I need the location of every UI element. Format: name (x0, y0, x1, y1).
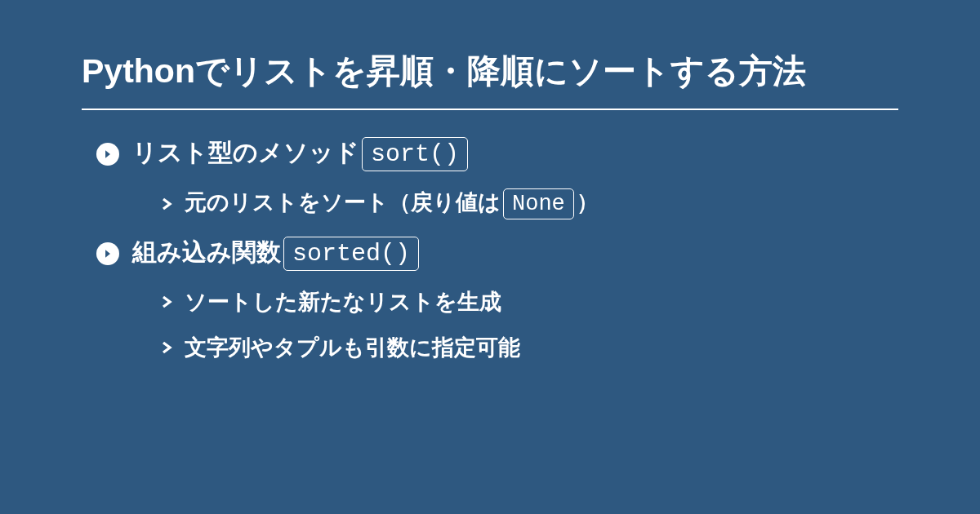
text-segment: 文字列やタプルも引数に指定可能 (185, 335, 520, 360)
text-segment: ） (577, 190, 599, 215)
code-inline: sort() (362, 137, 468, 171)
text-segment: ソートした新たなリストを生成 (185, 290, 501, 314)
text-segment: リスト型のメソッド (132, 139, 359, 166)
text-segment: 組み込み関数 (132, 238, 281, 265)
list-item-content: 組み込み関数sorted() (132, 236, 421, 271)
chevron-right-icon (160, 295, 173, 309)
list-item-content: 元のリストをソート（戻り値はNone） (185, 188, 599, 219)
chevron-right-icon (160, 197, 173, 211)
list-item: 組み込み関数sorted() (96, 236, 898, 271)
chevron-circle-right-icon (96, 242, 119, 265)
list-item-content: ソートした新たなリストを生成 (185, 287, 501, 317)
code-inline: sorted() (283, 237, 419, 271)
list-item: ソートした新たなリストを生成 (160, 287, 898, 317)
chevron-right-icon (160, 340, 173, 355)
list-item-content: リスト型のメソッドsort() (132, 136, 470, 171)
page-title: Pythonでリストを昇順・降順にソートする方法 (82, 49, 898, 110)
list-item: リスト型のメソッドsort() (96, 136, 898, 171)
list-item-content: 文字列やタプルも引数に指定可能 (185, 333, 520, 362)
code-inline: None (503, 188, 574, 219)
list-item: 文字列やタプルも引数に指定可能 (160, 333, 898, 362)
chevron-circle-right-icon (96, 143, 119, 166)
list-item: 元のリストをソート（戻り値はNone） (160, 188, 898, 219)
content-list: リスト型のメソッドsort()元のリストをソート（戻り値はNone）組み込み関数… (82, 136, 898, 379)
text-segment: 元のリストをソート（戻り値は (185, 190, 501, 215)
